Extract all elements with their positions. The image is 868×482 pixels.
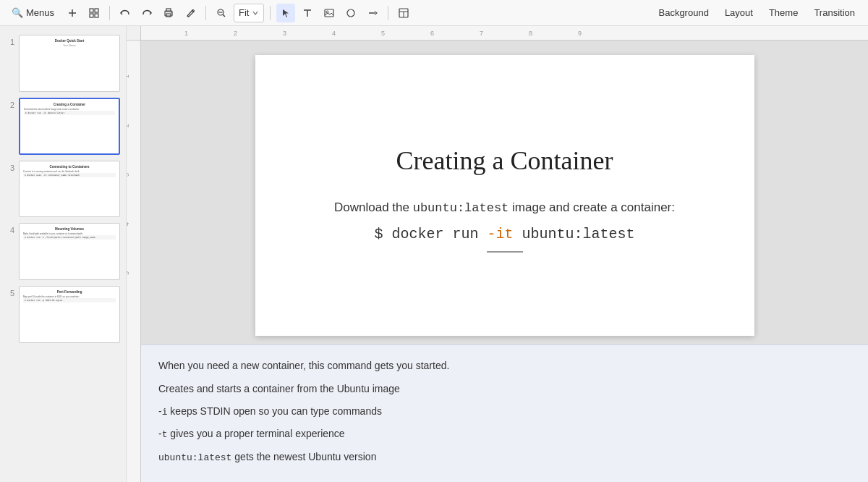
notes-text-3: keeps STDIN open so you can type command…: [167, 405, 381, 417]
slide-thumb-title-1: Docker Quick Start: [23, 39, 116, 43]
right-toolbar: Background Layout Theme Transition: [651, 4, 862, 22]
svg-text:4: 4: [332, 30, 336, 37]
table-icon: [399, 8, 409, 18]
text-tool-button[interactable]: [298, 4, 317, 22]
layout-button[interactable]: Layout: [718, 4, 760, 22]
grid-view-button[interactable]: [85, 4, 103, 22]
add-slide-button[interactable]: [63, 4, 82, 22]
divider-2: [205, 6, 206, 20]
slide-item-4[interactable]: 4 Mounting Volumes Make /local/path avai…: [0, 220, 126, 283]
menus-label: Menus: [26, 7, 54, 18]
ruler-top: 1 2 3 4 5 6 7 8 9: [141, 26, 868, 41]
slide-number-1: 1: [6, 38, 14, 46]
svg-text:2: 2: [127, 124, 130, 127]
description-suffix: image and create a container:: [509, 200, 675, 214]
svg-text:9: 9: [578, 30, 582, 37]
notes-line-5: ubuntu:latest gets the newest Ubuntu ver…: [158, 448, 851, 466]
svg-point-17: [326, 11, 328, 13]
slide-thumb-3: Connecting to Containers Connect to a ru…: [19, 161, 120, 218]
svg-rect-16: [325, 9, 333, 17]
shape-icon: [346, 8, 356, 18]
svg-rect-4: [90, 14, 93, 17]
slide-item-3[interactable]: 3 Connecting to Containers Connect to a …: [0, 158, 126, 221]
zoom-decrease-icon: [216, 8, 226, 18]
background-button[interactable]: Background: [651, 4, 715, 22]
slide-item-2[interactable]: 2 Creating a Container Download the ubun…: [0, 95, 126, 158]
canvas-row: 1 2 3 4 5 Creating a Container Download …: [127, 41, 868, 482]
divider-3: [270, 6, 271, 20]
notes-text-4: gives you a proper terminal experience: [167, 428, 344, 439]
svg-text:4: 4: [127, 222, 130, 226]
command-flag: -it: [487, 226, 513, 242]
select-tool-button[interactable]: [276, 4, 295, 22]
line-tool-icon: [367, 8, 378, 18]
command-suffix: ubuntu:latest: [514, 226, 635, 242]
paint-button[interactable]: [181, 4, 200, 22]
redo-button[interactable]: [137, 4, 156, 22]
notes-line-4: -t gives you a proper terminal experienc…: [158, 425, 851, 443]
slide-title: Creating a Container: [396, 145, 613, 176]
divider-4: [388, 6, 388, 20]
slide-thumb-code-2: $ docker run -it ubuntu:latest: [24, 111, 115, 115]
insert-table-button[interactable]: [394, 4, 413, 22]
svg-text:1: 1: [184, 30, 188, 37]
chevron-down-icon: [252, 9, 259, 17]
slide-description: Download the ubuntu:latest image and cre…: [334, 198, 675, 218]
zoom-control[interactable]: Fit: [234, 4, 264, 22]
grid-icon: [89, 8, 99, 18]
svg-rect-5: [95, 14, 98, 17]
notes-text-2: Creates and starts a container from the …: [158, 383, 400, 394]
zoom-value: Fit: [239, 7, 249, 18]
svg-rect-2: [90, 9, 93, 12]
image-tool-button[interactable]: [320, 4, 339, 22]
slide-thumb-subtitle-1: Your Name: [23, 44, 116, 47]
undo-icon: [120, 8, 130, 18]
svg-text:2: 2: [234, 30, 237, 37]
cursor-icon: [281, 8, 291, 18]
slide-number-4: 4: [6, 226, 14, 234]
divider-1: [109, 6, 110, 20]
slide-canvas[interactable]: Creating a Container Download the ubuntu…: [255, 55, 754, 336]
svg-text:8: 8: [529, 30, 532, 37]
notes-line-1: When you need a new container, this comm…: [158, 357, 851, 375]
print-button[interactable]: [159, 4, 178, 22]
redo-icon: [142, 8, 152, 18]
ruler-left: 1 2 3 4 5: [127, 41, 141, 482]
undo-button[interactable]: [116, 4, 135, 22]
svg-point-9: [171, 12, 171, 12]
theme-button[interactable]: Theme: [762, 4, 805, 22]
command-prefix: $ docker run: [374, 226, 487, 242]
menus-button[interactable]: 🔍 Menus: [6, 4, 60, 22]
shape-tool-button[interactable]: [341, 4, 360, 22]
line-tool-button[interactable]: [363, 4, 382, 22]
text-tool-icon: [302, 8, 312, 18]
svg-text:6: 6: [430, 30, 434, 37]
slide-scroll-area[interactable]: Creating a Container Download the ubuntu…: [141, 41, 868, 344]
speaker-notes[interactable]: When you need a new container, this comm…: [141, 344, 868, 482]
slide-thumb-code-3: $ docker exec -it container_name /bin/ba…: [23, 173, 116, 177]
svg-text:7: 7: [480, 30, 483, 37]
svg-point-18: [347, 9, 354, 17]
notes-text-5: gets the newest Ubuntu version: [231, 451, 376, 462]
svg-text:3: 3: [127, 173, 130, 177]
slide-thumb-title-5: Port Forwarding: [23, 290, 116, 294]
svg-text:5: 5: [127, 271, 130, 275]
slide-item-1[interactable]: 1 Docker Quick Start Your Name: [0, 32, 126, 95]
zoom-decrease-button[interactable]: [212, 4, 231, 22]
ruler-corner: [127, 26, 141, 41]
slide-item-5[interactable]: 5 Port Forwarding Map port 81 inside the…: [0, 283, 126, 346]
slide-thumb-title-4: Mounting Volumes: [23, 227, 116, 231]
transition-button[interactable]: Transition: [807, 4, 862, 22]
notes-line-3: -i keeps STDIN open so you can type comm…: [158, 402, 851, 420]
print-icon: [163, 8, 174, 18]
description-code: ubuntu:latest: [413, 201, 509, 215]
slide-workspace: Creating a Container Download the ubuntu…: [141, 41, 868, 482]
notes-code-5: ubuntu:latest: [158, 452, 231, 463]
ruler-left-svg: 1 2 3 4 5: [127, 41, 141, 482]
ruler-top-svg: 1 2 3 4 5 6 7 8 9: [141, 26, 868, 41]
slide-number-3: 3: [6, 164, 14, 172]
notes-line-2: Creates and starts a container from the …: [158, 380, 851, 398]
slide-thumb-2: Creating a Container Download the ubuntu…: [19, 98, 120, 155]
slide-thumb-code-5: $ docker run -p 8181:81 nginx: [23, 298, 116, 303]
slide-thumb-4: Mounting Volumes Make /local/path availa…: [19, 223, 120, 280]
